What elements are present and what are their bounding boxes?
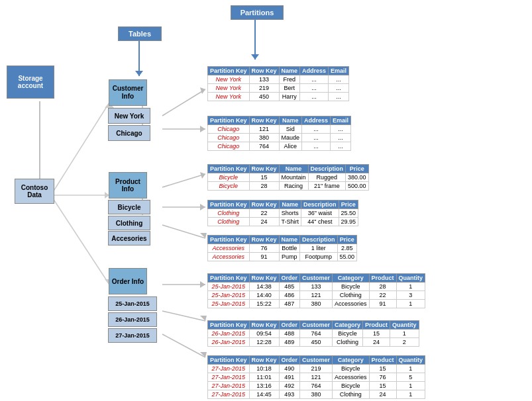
customer-newyork-table: Partition Key Row Key Name Address Email… xyxy=(207,66,349,101)
col-price: Price xyxy=(339,200,358,209)
partitions-label: Partitions xyxy=(231,5,284,20)
svg-marker-16 xyxy=(200,172,205,179)
table-row: 25-Jan-201514:40486121Clothing223 xyxy=(208,291,425,300)
product-info-box: Product Info xyxy=(109,172,147,199)
svg-marker-22 xyxy=(200,281,205,288)
table-row: New York133Fred...... xyxy=(208,75,349,84)
table-row: New York450Harry...... xyxy=(208,93,349,101)
accessories-box: Accesories xyxy=(108,231,150,245)
product-clothing-table: Partition Key Row Key Name Description P… xyxy=(207,200,358,226)
table-row: 27-Jan-201511:01491121Accessories765 xyxy=(208,373,425,382)
col-name: Name xyxy=(279,116,302,125)
col-pk: Partition Key xyxy=(208,236,250,244)
col-quantity: Quantity xyxy=(390,321,419,330)
svg-line-15 xyxy=(162,174,205,187)
table-row: 25-Jan-201515:22487380Accessories911 xyxy=(208,300,425,308)
col-rk: Row Key xyxy=(249,165,279,173)
col-product: Product xyxy=(369,356,396,365)
svg-line-23 xyxy=(162,311,205,321)
table-row: Chicago764Alice...... xyxy=(208,142,351,151)
col-customer: Customer xyxy=(300,321,333,330)
bicycle-box: Bicycle xyxy=(108,200,150,214)
col-rk: Row Key xyxy=(249,116,279,125)
svg-marker-26 xyxy=(200,352,207,357)
col-price: Price xyxy=(337,236,357,244)
table-row: Clothing22Shorts36" waist25.50 xyxy=(208,209,358,218)
svg-marker-18 xyxy=(200,204,205,210)
col-quantity: Quantity xyxy=(396,356,425,365)
col-rk: Row Key xyxy=(249,236,279,244)
col-customer: Customer xyxy=(300,356,333,365)
col-rk: Row Key xyxy=(249,200,279,209)
table-row: 26-Jan-201512:28489450Clothing242 xyxy=(208,338,419,347)
customer-chicago-table: Partition Key Row Key Name Address Email… xyxy=(207,116,351,151)
col-pk: Partition Key xyxy=(208,165,250,173)
table-row: 27-Jan-201514:45493380Clothing241 xyxy=(208,390,425,399)
table-row: 27-Jan-201513:16492764Bicycle151 xyxy=(208,382,425,390)
table-row: Bicycle28Racing21" frame500.00 xyxy=(208,182,369,191)
table-row: Accessories76Bottle1 liter2.85 xyxy=(208,244,357,253)
table-row: New York219Bert...... xyxy=(208,84,349,93)
new-york-box: New York xyxy=(108,108,150,124)
svg-marker-10 xyxy=(200,87,205,94)
customer-info-box: Customer Info xyxy=(109,79,147,106)
col-rk: Row Key xyxy=(249,274,279,283)
col-pk: Partition Key xyxy=(208,274,250,283)
table-row: Accessories91PumpFootpump55.00 xyxy=(208,253,357,261)
table-row: Chicago380Maude...... xyxy=(208,134,351,142)
table-row: Bicycle15MountainRugged380.00 xyxy=(208,173,369,182)
svg-marker-30 xyxy=(251,54,259,60)
col-product: Product xyxy=(369,274,396,283)
tables-label: Tables xyxy=(118,26,162,41)
clothing-box: Clothing xyxy=(108,216,150,230)
col-rk: Row Key xyxy=(249,356,279,365)
svg-marker-28 xyxy=(135,71,143,76)
col-address: Address xyxy=(302,116,331,125)
col-order: Order xyxy=(279,356,300,365)
table-row: Clothing24T-Shirt44" chest29.95 xyxy=(208,218,358,226)
svg-line-19 xyxy=(162,225,205,238)
col-name: Name xyxy=(279,200,301,209)
col-name: Name xyxy=(279,165,308,173)
table-row: 25-Jan-201514:38485133Bicycle281 xyxy=(208,283,425,291)
jan25-box: 25-Jan-2015 xyxy=(108,296,157,311)
col-category: Category xyxy=(333,321,363,330)
col-rk: Row Key xyxy=(249,67,279,75)
col-email: Email xyxy=(331,116,351,125)
col-category: Category xyxy=(333,356,370,365)
product-accessories-table: Partition Key Row Key Name Description P… xyxy=(207,235,357,261)
col-pk: Partition Key xyxy=(208,116,250,125)
col-rk: Row Key xyxy=(249,321,279,330)
product-bicycle-table: Partition Key Row Key Name Description P… xyxy=(207,164,369,191)
contoso-data-box: Contoso Data xyxy=(15,179,54,204)
order-jan26-table: Partition Key Row Key Order Customer Cat… xyxy=(207,320,419,347)
col-pk: Partition Key xyxy=(208,200,250,209)
svg-line-1 xyxy=(53,103,109,192)
order-jan25-table: Partition Key Row Key Order Customer Cat… xyxy=(207,273,425,308)
order-jan27-table: Partition Key Row Key Order Customer Cat… xyxy=(207,355,425,399)
col-customer: Customer xyxy=(300,274,333,283)
col-order: Order xyxy=(279,321,300,330)
col-price: Price xyxy=(346,165,369,173)
jan26-box: 26-Jan-2015 xyxy=(108,312,157,327)
col-category: Category xyxy=(333,274,370,283)
col-product: Product xyxy=(363,321,390,330)
col-quantity: Quantity xyxy=(396,274,425,283)
col-pk: Partition Key xyxy=(208,356,250,365)
diagram: Partitions Tables Storage account Contos… xyxy=(0,0,532,401)
table-row: 26-Jan-201509:54488764Bicycle151 xyxy=(208,330,419,338)
col-name: Name xyxy=(279,236,300,244)
svg-line-25 xyxy=(162,334,205,357)
col-pk: Partition Key xyxy=(208,67,250,75)
storage-account-box: Storage account xyxy=(7,66,54,99)
svg-line-5 xyxy=(53,199,109,285)
chicago-box: Chicago xyxy=(108,125,150,141)
svg-line-9 xyxy=(162,89,205,116)
order-info-box: Order Info xyxy=(109,268,147,294)
col-order: Order xyxy=(279,274,300,283)
col-email: Email xyxy=(329,67,349,75)
svg-marker-24 xyxy=(200,316,207,321)
svg-marker-12 xyxy=(200,126,205,132)
table-row: 27-Jan-201510:18490219Bicycle151 xyxy=(208,365,425,373)
col-desc: Description xyxy=(300,236,338,244)
